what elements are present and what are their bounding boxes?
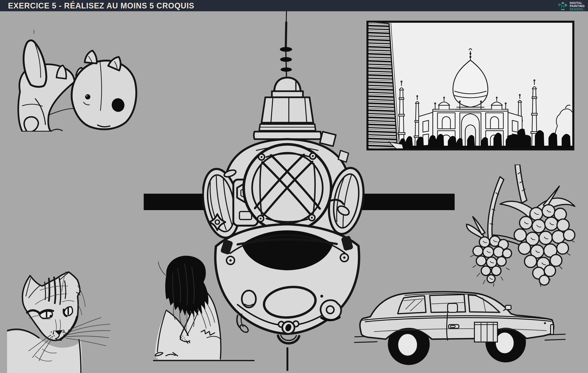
movie-screen-sketch <box>367 21 574 151</box>
crouching-girl-sketch <box>152 254 258 373</box>
cat-drawing <box>7 272 111 373</box>
plush-toy-drawing <box>13 21 142 132</box>
crouching-girl-drawing <box>152 254 258 373</box>
title-bar: EXERCICE 5 - RÉALISEZ AU MOINS 5 CROQUIS… <box>0 0 588 11</box>
digital-painting-school-logo: DIGITAL PAINTING SCHOOL <box>558 0 585 11</box>
movie-screen-drawing <box>367 21 574 151</box>
vintage-car-drawing <box>354 290 566 368</box>
plush-toy-sketch <box>13 21 142 132</box>
canvas: EXERCICE 5 - RÉALISEZ AU MOINS 5 CROQUIS… <box>0 0 588 373</box>
logo-word-painting: PAINTING <box>570 5 585 8</box>
raspberries-sketch <box>466 164 576 288</box>
cat-sketch <box>7 272 111 373</box>
pencil-logo-icon <box>558 0 568 11</box>
exercise-title: EXERCICE 5 - RÉALISEZ AU MOINS 5 CROQUIS <box>8 1 194 10</box>
vintage-car-sketch <box>354 290 566 369</box>
raspberries-drawing <box>466 164 576 287</box>
logo-word-digital: DIGITAL <box>570 2 585 5</box>
logo-word-school: SCHOOL <box>570 8 585 11</box>
